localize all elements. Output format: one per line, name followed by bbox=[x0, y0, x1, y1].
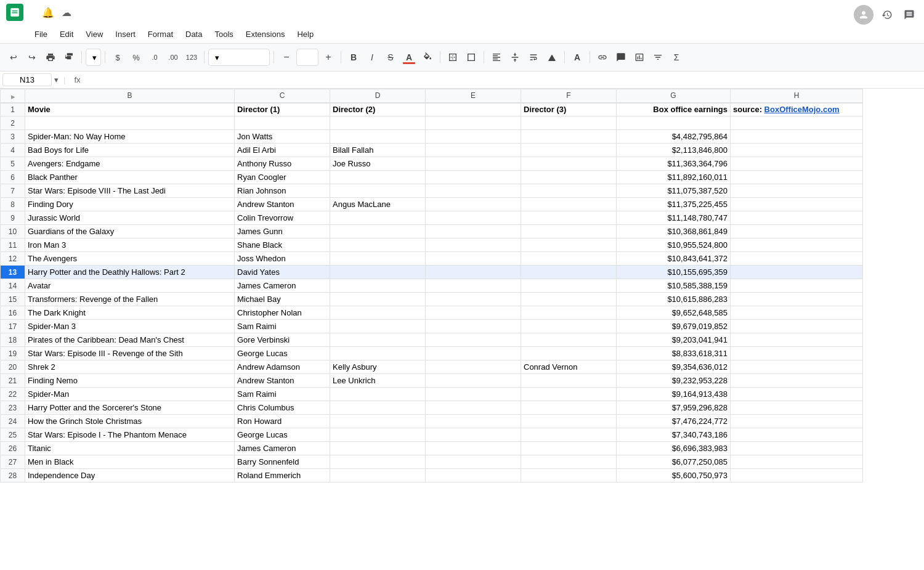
table-cell[interactable] bbox=[330, 320, 426, 333]
table-cell[interactable] bbox=[521, 293, 617, 306]
table-cell[interactable]: Angus MacLane bbox=[330, 198, 426, 211]
table-cell[interactable] bbox=[731, 306, 863, 320]
table-row[interactable]: 6Black PantherRyan Coogler$11,892,160,01… bbox=[1, 171, 863, 184]
row-header[interactable]: 13 bbox=[1, 266, 25, 279]
table-row[interactable]: 3Spider-Man: No Way HomeJon Watts$4,482,… bbox=[1, 130, 863, 144]
table-cell[interactable] bbox=[330, 211, 426, 225]
italic-button[interactable]: I bbox=[363, 49, 381, 66]
history-button[interactable] bbox=[878, 6, 896, 23]
table-cell[interactable] bbox=[426, 306, 521, 320]
table-cell[interactable] bbox=[521, 157, 617, 171]
table-cell[interactable] bbox=[426, 401, 521, 415]
col-header-f[interactable]: F bbox=[521, 89, 617, 103]
table-cell[interactable]: $9,164,913,438 bbox=[617, 388, 731, 401]
bold-button[interactable]: B bbox=[345, 49, 362, 66]
table-cell[interactable] bbox=[426, 415, 521, 428]
table-cell[interactable] bbox=[521, 144, 617, 157]
table-cell[interactable] bbox=[521, 415, 617, 428]
table-cell[interactable]: Sam Raimi bbox=[235, 320, 330, 333]
table-cell[interactable]: $9,652,648,585 bbox=[617, 306, 731, 320]
merge-button[interactable] bbox=[463, 49, 480, 66]
name-box-dropdown[interactable]: ▾ bbox=[54, 75, 59, 84]
table-cell[interactable] bbox=[426, 347, 521, 360]
avatar[interactable] bbox=[854, 5, 873, 25]
table-cell[interactable] bbox=[731, 198, 863, 211]
table-cell[interactable] bbox=[521, 333, 617, 347]
table-cell[interactable]: Adil El Arbi bbox=[235, 144, 330, 157]
table-cell[interactable] bbox=[521, 266, 617, 279]
table-cell[interactable]: $11,892,160,011 bbox=[617, 171, 731, 184]
table-row[interactable]: 8Finding DoryAndrew StantonAngus MacLane… bbox=[1, 198, 863, 211]
table-cell[interactable] bbox=[731, 388, 863, 401]
table-cell[interactable]: George Lucas bbox=[235, 428, 330, 442]
row-header[interactable]: 12 bbox=[1, 252, 25, 266]
table-cell[interactable] bbox=[731, 401, 863, 415]
table-row[interactable]: 9Jurassic WorldColin Trevorrow$11,148,78… bbox=[1, 211, 863, 225]
table-cell[interactable] bbox=[330, 184, 426, 198]
table-row[interactable]: 16The Dark KnightChristopher Nolan$9,652… bbox=[1, 306, 863, 320]
table-cell[interactable] bbox=[731, 442, 863, 455]
table-cell[interactable] bbox=[426, 360, 521, 374]
table-row[interactable]: 19Star Wars: Episode III - Revenge of th… bbox=[1, 347, 863, 360]
table-cell[interactable] bbox=[426, 157, 521, 171]
table-cell[interactable]: Spider-Man 3 bbox=[25, 320, 235, 333]
table-cell[interactable]: $11,363,364,796 bbox=[617, 157, 731, 171]
table-cell[interactable]: $11,148,780,747 bbox=[617, 211, 731, 225]
table-cell[interactable] bbox=[426, 252, 521, 266]
table-row[interactable]: 5Avengers: EndgameAnthony RussoJoe Russo… bbox=[1, 157, 863, 171]
table-cell[interactable] bbox=[426, 103, 521, 116]
table-cell[interactable] bbox=[330, 428, 426, 442]
table-cell[interactable] bbox=[731, 184, 863, 198]
alert-icon[interactable]: 🔔 bbox=[42, 7, 54, 18]
table-cell[interactable] bbox=[426, 171, 521, 184]
table-cell[interactable]: $9,354,636,012 bbox=[617, 360, 731, 374]
table-cell[interactable] bbox=[330, 116, 426, 130]
row-header[interactable]: 10 bbox=[1, 225, 25, 238]
table-cell[interactable]: $10,955,524,800 bbox=[617, 238, 731, 252]
table-cell[interactable] bbox=[731, 347, 863, 360]
table-cell[interactable]: $10,843,641,372 bbox=[617, 252, 731, 266]
table-cell[interactable]: Director (2) bbox=[330, 103, 426, 116]
table-cell[interactable]: Colin Trevorrow bbox=[235, 211, 330, 225]
table-cell[interactable] bbox=[330, 455, 426, 469]
table-cell[interactable] bbox=[731, 469, 863, 482]
table-cell[interactable]: Jurassic World bbox=[25, 211, 235, 225]
table-cell[interactable]: Roland Emmerich bbox=[235, 469, 330, 482]
font-size-decrease[interactable]: − bbox=[278, 49, 295, 66]
table-cell[interactable]: Joss Whedon bbox=[235, 252, 330, 266]
row-header[interactable]: 3 bbox=[1, 130, 25, 144]
table-cell[interactable] bbox=[330, 415, 426, 428]
decimal-dec-button[interactable]: .0 bbox=[146, 49, 163, 66]
table-cell[interactable] bbox=[330, 401, 426, 415]
table-cell[interactable]: $8,833,618,311 bbox=[617, 347, 731, 360]
row-header[interactable]: 21 bbox=[1, 374, 25, 388]
row-header[interactable]: 16 bbox=[1, 306, 25, 320]
row-header[interactable]: 19 bbox=[1, 347, 25, 360]
table-cell[interactable] bbox=[330, 225, 426, 238]
font-color-button[interactable]: A bbox=[569, 49, 586, 66]
table-cell[interactable]: Sam Raimi bbox=[235, 388, 330, 401]
table-cell[interactable]: Avatar bbox=[25, 279, 235, 293]
row-header[interactable]: 22 bbox=[1, 388, 25, 401]
table-cell[interactable]: Michael Bay bbox=[235, 293, 330, 306]
table-cell[interactable] bbox=[521, 198, 617, 211]
table-cell[interactable] bbox=[426, 116, 521, 130]
table-cell[interactable] bbox=[521, 428, 617, 442]
menu-edit[interactable]: Edit bbox=[55, 27, 78, 41]
cloud-icon[interactable]: ☁ bbox=[62, 7, 71, 18]
table-cell[interactable]: Star Wars: Episode VIII - The Last Jedi bbox=[25, 184, 235, 198]
table-cell[interactable]: The Dark Knight bbox=[25, 306, 235, 320]
table-cell[interactable] bbox=[521, 347, 617, 360]
table-cell[interactable]: $9,203,041,941 bbox=[617, 333, 731, 347]
table-cell[interactable]: Star Wars: Episode III - Revenge of the … bbox=[25, 347, 235, 360]
table-cell[interactable]: Spider-Man: No Way Home bbox=[25, 130, 235, 144]
table-cell[interactable]: $10,368,861,849 bbox=[617, 225, 731, 238]
table-cell[interactable] bbox=[330, 130, 426, 144]
table-cell[interactable]: Finding Dory bbox=[25, 198, 235, 211]
row-header[interactable]: 2 bbox=[1, 116, 25, 130]
table-cell[interactable] bbox=[330, 388, 426, 401]
row-header[interactable]: 5 bbox=[1, 157, 25, 171]
table-cell[interactable] bbox=[731, 144, 863, 157]
table-cell[interactable]: Kelly Asbury bbox=[330, 360, 426, 374]
table-cell[interactable] bbox=[521, 225, 617, 238]
